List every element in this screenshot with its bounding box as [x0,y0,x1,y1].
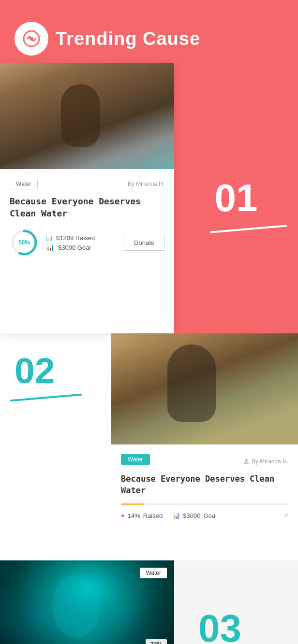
card-2-content: Water By Miranda H. Because Everyone Des… [111,444,298,560]
section-3: Water 72% ♥ 14% Raised 📊 $3000 Goal Beca… [0,560,298,644]
card-2-progress-bar [121,503,288,505]
card-2-goal: 📊 $3000 Goal [172,512,217,519]
number-2: 02 [15,353,55,389]
logo-icon [15,22,48,56]
card-2-share[interactable]: ↗ [283,512,288,519]
card-2: Water By Miranda H. Because Everyone Des… [111,333,298,560]
card-2-progress-fill [121,503,144,505]
card-2-author: By Miranda H. [243,458,288,465]
card-1: Water By Miranda H. Because Everyone Des… [0,63,174,333]
header: Trending Cause [0,0,298,63]
card-1-raised-info: ▤ $1209 Raised 📊 $3000 Goal [46,234,117,251]
card-icon: ▤ [46,234,52,242]
section-1: Water By Miranda H. Because Everyone Des… [0,63,298,333]
number-area-3: 03 Give WP [174,560,298,644]
card-3-tag: Water [140,568,167,578]
chart-icon: 📊 [46,243,54,251]
share-icon[interactable]: ↗ [283,512,288,519]
card-2-image [111,333,298,444]
card-1-goal: 📊 $3000 Goal [46,243,117,251]
number-area-2: 02 [0,333,111,560]
svg-point-1 [30,37,33,41]
card-3-progress-badge: 72% [146,639,167,644]
person-icon [243,458,250,465]
number-1: 01 [215,176,258,220]
chart-bar-icon: 📊 [172,512,180,519]
card-2-tag: Water [121,454,150,465]
heart-icon: ♥ [121,512,125,519]
section-2: 02 Water By Miranda H. Because Everyone … [0,333,298,560]
card-2-raised: ♥ 14% Raised [121,512,163,519]
card-2-stats: ♥ 14% Raised 📊 $3000 Goal ↗ [121,512,288,519]
card-3-image: Water 72% [0,560,174,644]
card-1-percent: 56% [18,239,30,246]
card-3: Water 72% ♥ 14% Raised 📊 $3000 Goal Beca… [0,560,174,644]
card-1-image [0,63,174,169]
card-1-progress-row: 56% ▤ $1209 Raised 📊 $3000 Goal Donate [10,228,164,257]
card-1-donate-button[interactable]: Donate [124,235,164,251]
card-1-raised: ▤ $1209 Raised [46,234,117,242]
card-1-content: Water By Miranda H. Because Everyone Des… [0,169,174,267]
card-1-circle-progress: 56% [10,228,39,257]
card-1-author: By Miranda H. [128,181,164,187]
number-3: 03 [198,609,241,644]
number-area-1: 01 [174,63,298,333]
card-1-tag: Water [10,179,38,189]
card-1-tag-row: Water By Miranda H. [10,179,164,189]
card-1-title: Because Everyone Deserves Clean Water [10,195,164,219]
header-title: Trending Cause [56,29,200,49]
svg-point-4 [245,458,248,461]
card-2-title: Because Everyone Deserves Clean Water [121,473,288,497]
